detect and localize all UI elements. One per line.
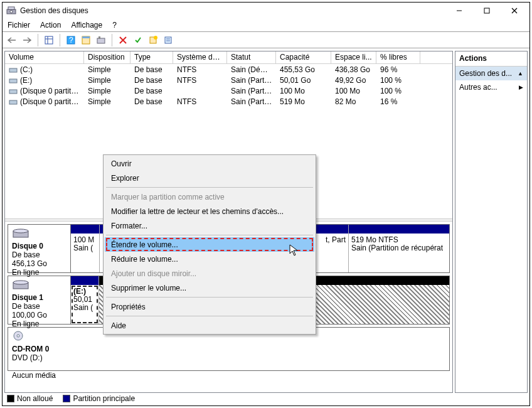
delete-icon[interactable] — [117, 35, 129, 46]
svg-rect-14 — [97, 38, 105, 43]
ctx-help[interactable]: Aide — [105, 318, 314, 333]
disk-1-partition-e[interactable]: (E:)50,01Sain ( — [71, 276, 99, 324]
volume-row[interactable]: (E:) Simple De base NTFS Sain (Parti... … — [5, 75, 452, 85]
legend-swatch-unalloc — [7, 395, 14, 402]
svg-text:?: ? — [69, 36, 73, 45]
actions-title: Actions — [455, 51, 527, 67]
col-capacity[interactable]: Capacité — [276, 51, 331, 63]
volume-header: Volume Disposition Type Système de ... S… — [5, 51, 452, 64]
volume-row[interactable]: (Disque 0 partition... Simple De base NT… — [5, 96, 452, 107]
disk-1-info: Disque 1 De base 100,00 Go En ligne — [8, 276, 71, 324]
expand-icon: ▶ — [519, 84, 523, 90]
ctx-shrink-volume[interactable]: Réduire le volume... — [105, 252, 314, 266]
svg-rect-24 — [9, 79, 17, 83]
minimize-button[interactable] — [445, 3, 473, 19]
actions-pane: Actions Gestion des d... ▲ Autres ac... … — [455, 51, 528, 393]
maximize-button[interactable] — [473, 3, 501, 19]
col-volume[interactable]: Volume — [5, 51, 84, 63]
ctx-properties[interactable]: Propriétés — [105, 299, 314, 314]
ctx-format[interactable]: Formater... — [105, 218, 314, 233]
volume-icon — [9, 87, 18, 95]
disk-icon — [12, 279, 29, 290]
ctx-change-letter[interactable]: Modifier la lettre de lecteur et les che… — [105, 204, 314, 218]
disk-0-partition-recovery[interactable]: 519 Mo NTFSSain (Partition de récupérat — [349, 225, 449, 272]
window-title: Gestion des disques — [20, 6, 445, 15]
ctx-delete-volume[interactable]: Supprimer le volume... — [105, 281, 314, 295]
svg-rect-20 — [165, 37, 171, 43]
col-free[interactable]: Espace li... — [331, 51, 376, 63]
app-icon — [6, 6, 16, 16]
svg-rect-4 — [484, 8, 489, 13]
svg-rect-13 — [82, 36, 90, 38]
col-type[interactable]: Type — [130, 51, 173, 63]
ctx-explore[interactable]: Explorer — [105, 171, 314, 185]
col-fs[interactable]: Système de ... — [173, 51, 227, 63]
ctx-add-mirror: Ajouter un disque miroir... — [105, 266, 314, 281]
actions-row-main[interactable]: Gestion des d... ▲ — [455, 67, 527, 80]
col-layout[interactable]: Disposition — [84, 51, 130, 63]
ctx-extend-volume[interactable]: Étendre le volume... — [105, 237, 314, 252]
back-button[interactable] — [6, 35, 18, 46]
close-button[interactable] — [501, 3, 528, 19]
context-menu: Ouvrir Explorer Marquer la partition com… — [103, 154, 316, 335]
volume-icon — [9, 77, 18, 84]
settings-icon[interactable] — [95, 35, 107, 46]
menu-file[interactable]: Fichier — [8, 21, 30, 30]
menubar: Fichier Action Affichage ? — [3, 19, 529, 31]
cdrom-info: CD-ROM 0 DVD (D:) Aucun média — [8, 328, 71, 370]
svg-rect-25 — [9, 90, 17, 94]
col-pct[interactable]: % libres — [376, 51, 420, 63]
disk-0-partition-1[interactable]: 100 MSain ( — [71, 225, 100, 272]
check-icon[interactable] — [132, 35, 144, 46]
properties-icon[interactable] — [162, 35, 174, 46]
menu-help[interactable]: ? — [112, 21, 117, 30]
svg-rect-1 — [8, 7, 14, 9]
cursor-icon — [289, 244, 299, 257]
volume-row[interactable]: (Disque 0 partition... Simple De base Sa… — [5, 85, 452, 96]
svg-point-2 — [10, 11, 13, 13]
ctx-open[interactable]: Ouvrir — [105, 156, 314, 171]
ctx-mark-active: Marquer la partition comme active — [105, 190, 314, 204]
svg-point-30 — [13, 281, 28, 284]
legend-swatch-primary — [63, 395, 70, 402]
col-status[interactable]: Statut — [227, 51, 276, 63]
svg-rect-23 — [9, 68, 17, 72]
menu-action[interactable]: Action — [40, 21, 61, 30]
list-view-icon[interactable] — [43, 35, 55, 46]
cd-icon — [12, 330, 29, 341]
help-icon[interactable]: ? — [65, 35, 77, 46]
menu-view[interactable]: Affichage — [71, 21, 102, 30]
disk-icon — [12, 227, 29, 239]
svg-rect-7 — [45, 36, 53, 44]
new-icon[interactable] — [147, 35, 159, 46]
volume-icon — [9, 98, 18, 105]
layout-icon[interactable] — [80, 35, 92, 46]
titlebar: Gestion des disques — [3, 3, 529, 19]
legend: Non alloué Partition principale — [4, 393, 454, 404]
svg-rect-15 — [98, 36, 100, 39]
actions-row-more[interactable]: Autres ac... ▶ — [455, 80, 527, 94]
collapse-icon: ▲ — [518, 70, 523, 77]
svg-point-19 — [154, 36, 157, 40]
forward-button[interactable] — [21, 35, 33, 46]
volume-row[interactable]: (C:) Simple De base NTFS Sain (Dém... 45… — [5, 64, 452, 75]
svg-point-32 — [17, 335, 19, 337]
disk-0-info: Disque 0 De base 456,13 Go En ligne — [8, 225, 71, 272]
volume-icon — [9, 66, 18, 73]
svg-rect-26 — [9, 100, 17, 104]
svg-point-28 — [13, 229, 28, 233]
toolbar: ? — [3, 31, 529, 48]
